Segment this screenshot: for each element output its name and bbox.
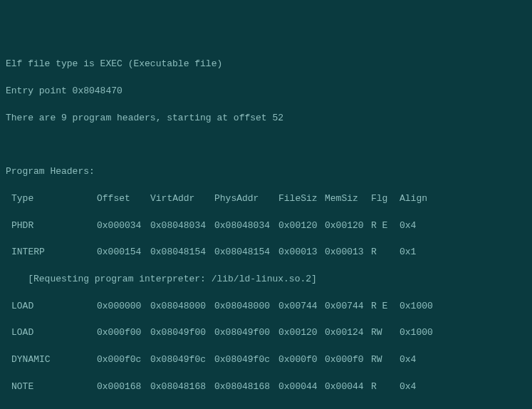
ph-offset: 0x000154	[97, 246, 150, 259]
header-row: PHDR0x0000340x080480340x080480340x001200…	[6, 219, 526, 233]
ph-virt: 0x08048154	[150, 246, 214, 259]
ph-offset: 0x000168	[97, 380, 150, 394]
ph-align: 0x1000	[400, 300, 433, 314]
ph-offset: 0x000034	[97, 219, 150, 233]
ph-phys: 0x08048034	[214, 219, 278, 233]
ph-memsz: 0x00120	[325, 219, 371, 233]
col-type: Type	[11, 192, 97, 206]
ph-offset: 0x000000	[97, 300, 150, 314]
ph-type: INTERP	[11, 246, 97, 259]
header-row: NOTE0x0001680x080481680x080481680x000440…	[6, 380, 526, 394]
ph-flg: R	[371, 380, 400, 394]
ph-memsz: 0x00744	[325, 300, 371, 314]
ph-phys: 0x08049f0c	[214, 353, 278, 367]
ph-flg: RW	[371, 326, 400, 340]
header-row: DYNAMIC0x000f0c0x08049f0c0x08049f0c0x000…	[6, 353, 526, 367]
program-headers-count: There are 9 program headers, starting at…	[6, 112, 526, 125]
ph-phys: 0x08048154	[214, 246, 278, 259]
column-headers: TypeOffsetVirtAddrPhysAddrFileSizMemSizF…	[6, 192, 526, 206]
header-row: LOAD0x0000000x080480000x080480000x007440…	[6, 300, 526, 314]
ph-offset: 0x000f0c	[97, 353, 150, 367]
ph-filesz: 0x00120	[278, 326, 325, 340]
ph-align: 0x1	[400, 246, 416, 259]
entry-point: Entry point 0x8048470	[6, 85, 526, 98]
ph-virt: 0x08048000	[150, 300, 214, 314]
ph-filesz: 0x00013	[278, 246, 325, 259]
ph-memsz: 0x00044	[325, 380, 371, 394]
ph-phys: 0x08048168	[214, 380, 278, 394]
col-virtaddr: VirtAddr	[150, 192, 214, 206]
col-flg: Flg	[371, 192, 400, 206]
ph-memsz: 0x00124	[325, 326, 371, 340]
header-row: LOAD0x000f000x08049f000x08049f000x001200…	[6, 326, 526, 340]
ph-filesz: 0x00744	[278, 300, 325, 314]
ph-align: 0x4	[400, 219, 416, 233]
ph-offset: 0x000f00	[97, 326, 150, 340]
ph-flg: R	[371, 246, 400, 259]
col-memsiz: MemSiz	[325, 192, 371, 206]
col-align: Align	[400, 192, 427, 206]
ph-type: PHDR	[11, 219, 97, 233]
ph-virt: 0x08048034	[150, 219, 214, 233]
ph-type: DYNAMIC	[11, 353, 97, 367]
ph-filesz: 0x000f0	[278, 353, 325, 367]
ph-flg: RW	[371, 353, 400, 367]
ph-type: NOTE	[11, 380, 97, 394]
ph-virt: 0x08049f0c	[150, 353, 214, 367]
col-filesiz: FileSiz	[278, 192, 325, 206]
ph-flg: R E	[371, 219, 400, 233]
ph-phys: 0x08049f00	[214, 326, 278, 340]
ph-type: LOAD	[11, 326, 97, 340]
blank-line	[6, 138, 526, 152]
ph-align: 0x4	[400, 380, 416, 394]
ph-memsz: 0x000f0	[325, 353, 371, 367]
ph-align: 0x4	[400, 353, 416, 367]
ph-type: LOAD	[11, 300, 97, 314]
ph-filesz: 0x00044	[278, 380, 325, 394]
col-physaddr: PhysAddr	[214, 192, 278, 206]
interpreter-line: [Requesting program interpreter: /lib/ld…	[6, 273, 526, 286]
ph-virt: 0x08048168	[150, 380, 214, 394]
ph-memsz: 0x00013	[325, 246, 371, 259]
ph-filesz: 0x00120	[278, 219, 325, 233]
ph-virt: 0x08049f00	[150, 326, 214, 340]
ph-align: 0x1000	[400, 326, 433, 340]
ph-flg: R E	[371, 300, 400, 314]
program-headers-title: Program Headers:	[6, 165, 526, 179]
ph-phys: 0x08048000	[214, 300, 278, 314]
header-row: INTERP0x0001540x080481540x080481540x0001…	[6, 246, 526, 259]
col-offset: Offset	[97, 192, 150, 206]
elf-file-type: Elf file type is EXEC (Executable file)	[6, 58, 526, 71]
